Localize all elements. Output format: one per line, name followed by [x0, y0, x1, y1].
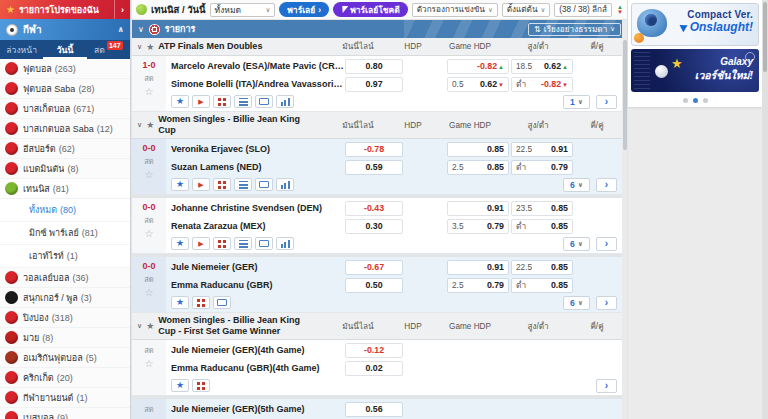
betradar-icon[interactable]: [213, 95, 231, 108]
odds-moneyline[interactable]: 0.02: [345, 361, 403, 376]
sort-mode-button[interactable]: ⇅ เรียงอย่างธรรมดา ∨: [528, 23, 621, 36]
odds-game-hdp[interactable]: 0.85: [447, 142, 509, 157]
odds-game-hdp[interactable]: 0.50.62▼: [447, 77, 509, 92]
sidebar-subitem-outright[interactable]: เอาท์ไรท์(1): [0, 245, 130, 268]
sidebar-item-baseball[interactable]: เบสบอล(9): [0, 408, 130, 419]
sidebar-subitem-mix-parlay[interactable]: มิกซ์ พาร์เลย์(81): [0, 222, 130, 245]
more-markets-dropdown[interactable]: 6∨: [563, 178, 590, 192]
favorite-match-icon[interactable]: ☆: [145, 169, 154, 180]
odds-moneyline[interactable]: 0.97: [345, 77, 403, 92]
betradar-icon[interactable]: [213, 178, 231, 191]
odds-over-under[interactable]: ต่ำ0.79: [511, 160, 573, 175]
bet-list-icon[interactable]: [234, 95, 252, 108]
odds-moneyline[interactable]: 0.56: [345, 402, 403, 417]
tab-early[interactable]: ล่วงหน้า: [0, 40, 43, 59]
odds-over-under[interactable]: ต่ำ0.85: [511, 278, 573, 293]
league-filter-select[interactable]: ทั้งหมด ∨: [210, 3, 276, 17]
favorite-league-icon[interactable]: ★: [146, 120, 154, 130]
tv-icon[interactable]: [255, 95, 273, 108]
stats-icon[interactable]: [276, 95, 294, 108]
sidebar-item-boxing[interactable]: มวย(8): [0, 328, 130, 348]
sports-section-header[interactable]: กีฬา ∧: [0, 19, 130, 40]
league-count-box[interactable]: (38 / 38) ลีกส์: [554, 3, 612, 17]
sidebar-item-motorsport[interactable]: กีฬายานยนต์(1): [0, 388, 130, 408]
odds-over-under[interactable]: 22.50.85: [511, 260, 573, 275]
carousel-dot[interactable]: [683, 98, 688, 103]
odds-moneyline[interactable]: 0.59: [345, 160, 403, 175]
next-arrow-button[interactable]: ›: [596, 95, 617, 109]
favorites-bar[interactable]: ★ รายการโปรดของฉัน ›: [0, 0, 130, 19]
sidebar-item-american-football[interactable]: อเมริกันฟุตบอล(5): [0, 348, 130, 368]
odds-moneyline[interactable]: 0.80: [345, 59, 403, 74]
sidebar-item-tennis[interactable]: เทนนิส(81): [0, 179, 130, 199]
stats-icon[interactable]: [276, 178, 294, 191]
odds-game-hdp[interactable]: 2.50.85: [447, 160, 509, 175]
parlay-button[interactable]: พาร์เลย์ ›: [279, 2, 329, 17]
sidebar-item-football[interactable]: ฟุตบอล(263): [0, 59, 130, 79]
more-markets-dropdown[interactable]: 6∨: [563, 237, 590, 251]
more-markets-dropdown[interactable]: 1∨: [563, 95, 590, 109]
chevron-down-icon[interactable]: ∨: [138, 25, 144, 34]
odds-game-hdp[interactable]: 0.91: [447, 260, 509, 275]
favorite-match-icon[interactable]: ☆: [145, 358, 154, 369]
odds-moneyline[interactable]: 0.30: [345, 219, 403, 234]
carousel-dot[interactable]: [703, 98, 708, 103]
odds-game-hdp[interactable]: 0.91: [447, 201, 509, 216]
sidebar-item-esports[interactable]: อีสปอร์ต(62): [0, 139, 130, 159]
ad-banner-galaxy[interactable]: ★ Galaxy เวอร์ชันใหม่!: [631, 49, 759, 92]
sidebar-item-cricket[interactable]: คริกเก็ต(20): [0, 368, 130, 388]
stats-icon[interactable]: [276, 237, 294, 250]
live-play-icon[interactable]: ▶: [192, 237, 210, 250]
chevron-up-icon[interactable]: ∧: [118, 25, 125, 34]
favorite-league-icon[interactable]: ★: [146, 42, 154, 52]
odds-moneyline[interactable]: 0.50: [345, 278, 403, 293]
odds-game-hdp[interactable]: 3.50.79: [447, 219, 509, 234]
lucky-parlay-button[interactable]: พาร์เลย์โชคดี: [333, 2, 408, 17]
odds-over-under[interactable]: 18.50.62▲: [511, 59, 573, 74]
odds-moneyline[interactable]: -0.12: [345, 343, 403, 358]
favorite-match-icon[interactable]: ☆: [145, 86, 154, 97]
odds-over-under[interactable]: ต่ำ-0.82▼: [511, 77, 573, 92]
favorite-icon[interactable]: ★: [171, 178, 189, 191]
chevron-right-icon[interactable]: ›: [114, 0, 130, 19]
page-scrollbar[interactable]: [762, 0, 768, 419]
sidebar-item-basketball[interactable]: บาสเก็ตบอล(671): [0, 99, 130, 119]
more-markets-dropdown[interactable]: 6∨: [563, 296, 590, 310]
league-section-header[interactable]: ∨★Women Singles - Billie Jean King Cup -…: [132, 313, 622, 340]
tv-icon[interactable]: [213, 296, 231, 309]
carousel-dot-active[interactable]: [693, 98, 698, 103]
next-arrow-button[interactable]: ›: [596, 379, 617, 393]
sort-arrows-icon[interactable]: ▲▼: [617, 5, 623, 15]
scrollbar-thumb[interactable]: [623, 40, 627, 150]
odds-over-under[interactable]: 22.50.91: [511, 142, 573, 157]
scrollbar-thumb[interactable]: [763, 2, 767, 72]
sidebar-item-volleyball[interactable]: วอลเลย์บอล(36): [0, 268, 130, 288]
next-arrow-button[interactable]: ›: [596, 178, 617, 192]
odds-moneyline[interactable]: -0.67: [345, 260, 403, 275]
odds-moneyline[interactable]: -0.43: [345, 201, 403, 216]
main-scrollbar[interactable]: [622, 20, 627, 419]
league-section-header[interactable]: ∨★Women Singles - Billie Jean King Cupมั…: [132, 112, 622, 139]
from-start-dropdown[interactable]: ตั้งแต่ต้น ∨: [502, 3, 551, 17]
favorite-icon[interactable]: ★: [171, 296, 189, 309]
favorite-icon[interactable]: ★: [171, 95, 189, 108]
league-section-header[interactable]: ∨★ATP Finals Men Doublesมันนี่ไลน์HDPGam…: [132, 38, 622, 56]
sidebar-subitem-all[interactable]: ทั้งหมด(80): [0, 199, 130, 222]
live-play-icon[interactable]: ▶: [192, 178, 210, 191]
chevron-down-icon[interactable]: ∨: [137, 322, 142, 330]
favorite-match-icon[interactable]: ☆: [145, 228, 154, 239]
tv-icon[interactable]: [255, 178, 273, 191]
odds-game-hdp[interactable]: 2.50.79: [447, 278, 509, 293]
tab-today[interactable]: วันนี้: [43, 40, 86, 59]
favorite-icon[interactable]: ★: [171, 379, 189, 392]
tab-live[interactable]: สด147: [87, 40, 130, 59]
favorite-icon[interactable]: ★: [171, 237, 189, 250]
live-play-icon[interactable]: ▶: [192, 95, 210, 108]
match-filter-dropdown[interactable]: ตัวกรองการแข่งขัน ∨: [412, 3, 498, 17]
sidebar-item-snooker-pool[interactable]: สนุกเกอร์ / พูล(3): [0, 288, 130, 308]
sidebar-item-basketball-saba[interactable]: บาสเกตบอล Saba(12): [0, 119, 130, 139]
next-arrow-button[interactable]: ›: [596, 237, 617, 251]
favorite-league-icon[interactable]: ★: [146, 321, 154, 331]
sidebar-item-table-tennis[interactable]: ปิงปอง(318): [0, 308, 130, 328]
sidebar-item-badminton[interactable]: แบดมินตัน(8): [0, 159, 130, 179]
